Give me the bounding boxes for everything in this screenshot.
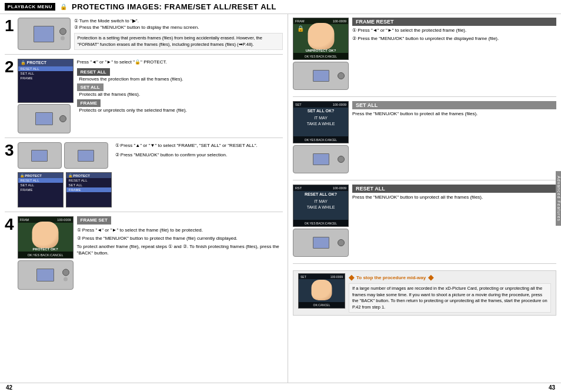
set-all-screens: SET100-0009 SET ALL OK? IT MAY TAKE A WH…	[293, 101, 349, 173]
step-3-cameras: 🔒 PROTECT RESET ALL SET ALL FRAME 🔒 PROT…	[18, 142, 112, 207]
set-all-cam-screen	[313, 153, 329, 165]
protect-label: 🔒 PROTECT	[18, 59, 73, 66]
step-1-cameras	[18, 18, 71, 50]
menu-item-reset-all: RESET ALL	[18, 66, 73, 71]
set-all-text: Press the "MENU/OK" button to protect al…	[352, 110, 556, 117]
fr-unprotect-text: UNPROTECT OK?	[306, 49, 336, 52]
reset-all-title: RESET ALL	[352, 185, 556, 193]
lock-icon: 🔒	[60, 4, 67, 10]
menu-item-set-all: SET ALL	[18, 71, 73, 76]
frame-reset-text2: ② Press the "MENU/OK" button to unprotec…	[352, 35, 556, 42]
step-1-content: ① Turn the Mode switch to "▶". ② Press t…	[18, 18, 283, 50]
divider-2	[5, 138, 283, 138]
divider-r3	[293, 263, 556, 264]
camera-controls-step2	[59, 115, 66, 122]
camera-step3-a	[18, 142, 62, 169]
reset-all-screens: RST100-0009 RESET ALL OK? IT MAY TAKE A …	[293, 185, 349, 257]
set-all-cam-btn	[338, 156, 345, 163]
set-all-title: SET ALL	[352, 101, 556, 109]
divider-r1	[293, 96, 556, 97]
reset-all-section: RESET ALL Removes the protection from al…	[77, 68, 283, 83]
menu-badge: PLAYBACK MENU	[5, 3, 55, 11]
frame-label: FRAME	[77, 99, 101, 107]
step-4-line3: To protect another frame (file), repeat …	[77, 243, 283, 256]
divider-3	[5, 212, 283, 212]
camera-screen-step2	[35, 112, 53, 125]
page-number-right: 43	[549, 384, 555, 391]
right-column: FRAM100-0009 🔒 UNPROTECT OK? OK:YES BACK…	[288, 14, 561, 383]
cam4-btn	[62, 269, 69, 276]
stop-screen-img: SET100-0009 OK:CANCEL	[298, 273, 345, 309]
step-4-content: FRAM100-0009 PROTECT OK? OK:YES BACK:CAN…	[18, 216, 283, 290]
reset-all-content: RESET ALL Press the "MENU/OK" button to …	[352, 185, 556, 257]
step-4-photo-screen: FRAM100-0009 PROTECT OK? OK:YES BACK:CAN…	[18, 216, 74, 259]
set-all-right-section: SET100-0009 SET ALL OK? IT MAY TAKE A WH…	[293, 101, 556, 173]
set-all-section: SET ALL Protects all the frames (files).	[77, 83, 283, 98]
step-4-line1: ① Press "◄" or "►" to select the frame (…	[77, 227, 283, 233]
camera-step4	[18, 260, 74, 290]
menu-ok-button	[59, 28, 66, 35]
frame-desc: Protects or unprotects only the selected…	[77, 108, 283, 113]
cam4-controls	[62, 269, 69, 282]
divider-r2	[293, 180, 556, 180]
divider-1	[5, 54, 283, 55]
reset-all-label: RESET ALL	[77, 68, 110, 76]
step-2-content: 🔒 PROTECT RESET ALL SET ALL FRAME Pre	[18, 59, 283, 133]
camera-set-all	[293, 145, 349, 173]
stop-arrow-right: ◆	[428, 273, 433, 282]
step-1-line1: ① Turn the Mode switch to "▶".	[74, 18, 283, 24]
stop-text-content: ◆ To stop the procedure mid-way ◆ If a l…	[349, 273, 551, 313]
step-2-intro: Press "◄" or "►" to select "🔒" PROTECT.	[77, 59, 283, 65]
set-all-content: SET ALL Press the "MENU/OK" button to pr…	[352, 101, 556, 173]
step-2-text: Press "◄" or "►" to select "🔒" PROTECT. …	[77, 59, 283, 133]
fr-face	[308, 23, 334, 49]
camera-reset-all	[293, 229, 349, 257]
reset-all-cam-controls	[338, 239, 345, 246]
sidebar-tab: Advanced Features	[556, 171, 561, 226]
step-4-line2: ② Press the "MENU/OK" button to protect …	[77, 235, 283, 242]
stop-arrow-icon: ◆	[349, 273, 354, 282]
stop-procedure: SET100-0009 OK:CANCEL ◆ To stop the proc…	[293, 270, 556, 316]
page-number-left: 42	[6, 384, 12, 391]
set-all-screen: SET100-0009 SET ALL OK? IT MAY TAKE A WH…	[293, 101, 349, 143]
step-1-line2: ② Press the "MENU/OK" button to display …	[74, 24, 283, 31]
menu-btn-step2	[59, 115, 66, 122]
step-3-line2: ② Press "MENU/OK" button to confirm your…	[115, 152, 283, 158]
page-header: PLAYBACK MENU 🔒 PROTECTING IMAGES: FRAME…	[0, 0, 561, 14]
reset-all-desc: Removes the protection from all the fram…	[77, 76, 283, 82]
fr-cam-screen	[313, 70, 329, 82]
protect-ok-text: PROTECT OK?	[33, 247, 58, 251]
reset-all-cam-screen	[313, 237, 329, 249]
fr-cam-controls	[338, 72, 345, 79]
back-button	[61, 36, 65, 40]
screen-bar-step4: OK:YES BACK:CANCEL	[18, 252, 73, 258]
step-3-menu-screens: 🔒 PROTECT RESET ALL SET ALL FRAME 🔒 PROT…	[18, 172, 112, 207]
step-3-text: ① Press "▲" or "▼" to select "FRAME", "S…	[115, 142, 283, 207]
stop-header: ◆ To stop the procedure mid-way ◆	[349, 273, 551, 282]
camera-frame-reset	[293, 62, 349, 90]
cam4-btn-small	[64, 277, 68, 282]
protect-menu-screen: 🔒 PROTECT RESET ALL SET ALL FRAME	[18, 59, 74, 103]
fr-lock-icon: 🔒	[297, 25, 304, 32]
camera-step2	[18, 104, 71, 133]
step-3-content: 🔒 PROTECT RESET ALL SET ALL FRAME 🔒 PROT…	[18, 142, 283, 207]
set-all-label: SET ALL	[77, 83, 103, 91]
menu-item-frame: FRAME	[18, 76, 73, 81]
frame-reset-title: FRAME RESET	[352, 18, 556, 26]
stop-face	[312, 280, 332, 300]
fr-screen-bar: OK:YES BACK:CANCEL	[293, 53, 348, 59]
step-2-number: 2	[5, 59, 14, 75]
reset-all-cam-btn	[338, 239, 345, 246]
stop-notice: If a large number of images are recorded…	[349, 283, 551, 313]
camera-top	[18, 18, 71, 50]
step-3-number: 3	[5, 142, 14, 159]
step-4: 4 FRAM100-0009 PROTECT OK? OK:YES BACK:C…	[5, 216, 283, 290]
step-4-screens: FRAM100-0009 PROTECT OK? OK:YES BACK:CAN…	[18, 216, 74, 290]
step-1-text: ① Turn the Mode switch to "▶". ② Press t…	[74, 18, 283, 50]
stop-label: To stop the procedure mid-way	[356, 275, 426, 280]
frame-set-label: FRAME SET	[77, 216, 111, 224]
frame-reset-text1: ① Press "◄" or "►" to select the protect…	[352, 27, 556, 33]
left-column: 1 ① Turn the Mode switch to "▶". ② Press…	[0, 14, 288, 383]
set-all-desc: Protects all the frames (files).	[77, 92, 283, 98]
step-3-cam-row1	[18, 142, 112, 170]
